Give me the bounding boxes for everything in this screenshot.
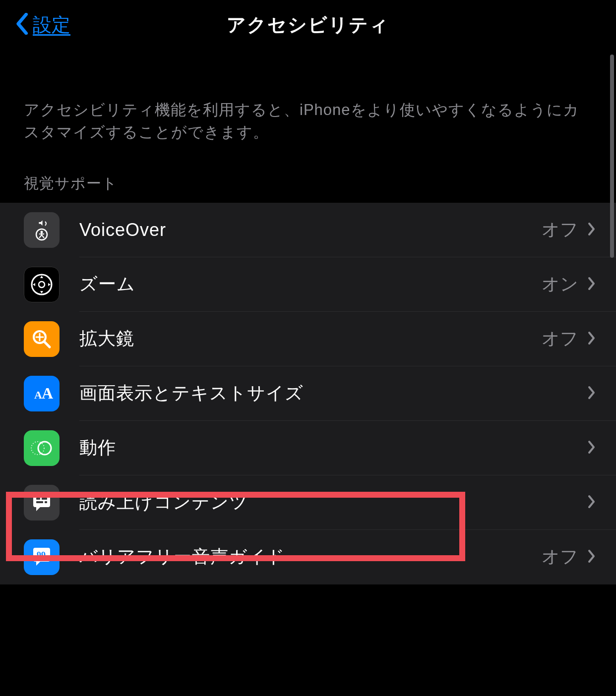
chevron-right-icon	[587, 494, 596, 511]
audio-descriptions-icon: 99	[24, 539, 60, 575]
chevron-right-icon	[587, 331, 596, 348]
row-zoom[interactable]: ズーム オン	[0, 257, 616, 312]
row-value: オフ	[542, 545, 578, 569]
row-spoken-content[interactable]: 読み上げコンテンツ	[0, 475, 616, 530]
row-value: オフ	[542, 218, 578, 242]
description-text: アクセシビリティ機能を利用すると、iPhoneをより使いやすくなるようにカスタマ…	[0, 50, 616, 174]
svg-text:99: 99	[37, 550, 46, 560]
content-area: アクセシビリティ機能を利用すると、iPhoneをより使いやすくなるようにカスタマ…	[0, 50, 616, 696]
text-size-icon: A A	[24, 376, 60, 411]
row-voiceover[interactable]: VoiceOver オフ	[0, 203, 616, 257]
magnifier-icon	[24, 321, 60, 357]
row-label: ズーム	[79, 272, 542, 296]
svg-point-3	[39, 282, 45, 288]
row-magnifier[interactable]: 拡大鏡 オフ	[0, 312, 616, 366]
back-button[interactable]: 設定	[15, 12, 70, 38]
row-audio-descriptions[interactable]: 99 バリアフリー音声ガイド オフ	[0, 530, 616, 584]
svg-text:A: A	[34, 389, 42, 401]
chevron-right-icon	[587, 549, 596, 566]
row-display-text-size[interactable]: A A 画面表示とテキストサイズ	[0, 366, 616, 421]
row-label: 読み上げコンテンツ	[79, 490, 578, 515]
row-motion[interactable]: 動作	[0, 421, 616, 475]
svg-rect-15	[45, 501, 47, 503]
row-label: 動作	[79, 436, 578, 460]
spoken-content-icon	[24, 485, 60, 521]
zoom-icon	[24, 267, 60, 302]
section-header-vision: 視覚サポート	[0, 174, 616, 203]
vision-settings-list: VoiceOver オフ ズーム オン	[0, 203, 616, 584]
row-label: 画面表示とテキストサイズ	[79, 381, 578, 406]
scrollbar-thumb[interactable]	[610, 55, 614, 258]
row-label: 拡大鏡	[79, 327, 542, 351]
motion-icon	[24, 430, 60, 466]
chevron-right-icon	[587, 222, 596, 238]
svg-text:A: A	[42, 384, 53, 402]
svg-point-1	[41, 231, 43, 233]
page-title: アクセシビリティ	[227, 12, 389, 38]
back-label: 設定	[33, 12, 70, 38]
chevron-right-icon	[587, 440, 596, 457]
voiceover-icon	[24, 212, 60, 248]
row-value: オフ	[542, 327, 578, 351]
row-label: VoiceOver	[79, 220, 542, 240]
svg-rect-12	[36, 498, 40, 500]
navigation-bar: 設定 アクセシビリティ	[0, 0, 616, 50]
chevron-left-icon	[15, 13, 29, 37]
chevron-right-icon	[587, 276, 596, 293]
row-label: バリアフリー音声ガイド	[79, 545, 542, 569]
svg-rect-13	[42, 498, 47, 500]
svg-rect-14	[36, 501, 43, 503]
chevron-right-icon	[587, 385, 596, 402]
svg-line-7	[44, 342, 50, 347]
row-value: オン	[542, 272, 578, 296]
